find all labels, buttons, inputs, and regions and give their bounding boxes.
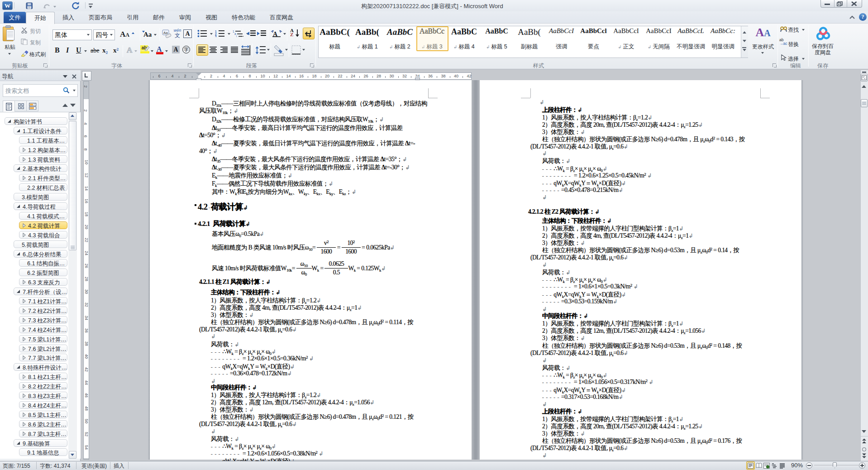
svg-text:Aa: Aa <box>163 31 168 35</box>
svg-text:3: 3 <box>215 35 217 37</box>
svg-text:i: i <box>236 35 237 38</box>
